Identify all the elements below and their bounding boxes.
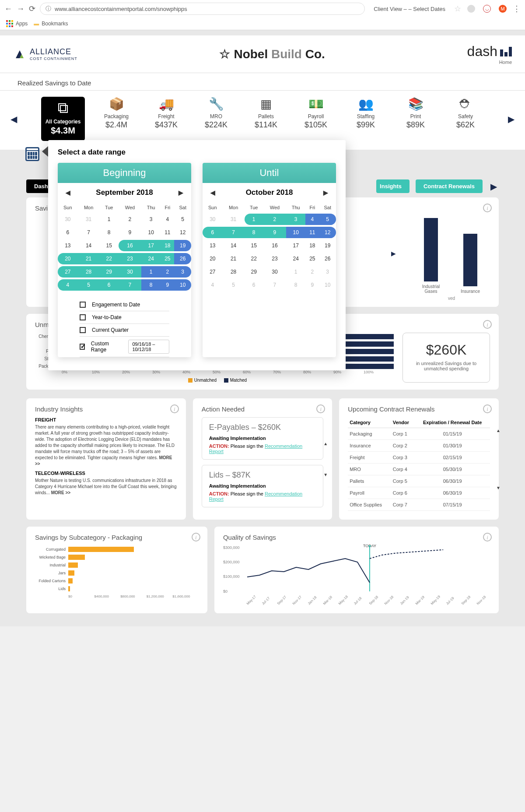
calendar-day[interactable]: 10 [141, 226, 161, 239]
info-icon[interactable]: i [483, 320, 492, 329]
info-icon[interactable]: i [483, 404, 492, 413]
calendar-day[interactable]: 6 [100, 278, 119, 292]
calendar-day[interactable]: 8 [286, 278, 305, 292]
calendar-day[interactable]: 14 [223, 239, 245, 252]
calendar-day[interactable]: 8 [245, 226, 263, 239]
table-row[interactable]: MROCorp 405/30/19 [348, 464, 490, 475]
prev-month[interactable]: ◀ [210, 189, 215, 196]
calendar-day[interactable]: 5 [78, 278, 100, 292]
range-option[interactable]: Custom Range09/16/18 – 10/12/18 [80, 337, 169, 357]
calendar-day[interactable]: 7 [263, 278, 286, 292]
home-link[interactable]: Home [467, 60, 512, 65]
next-month[interactable]: ▶ [178, 189, 183, 196]
forward-button[interactable]: → [17, 4, 24, 14]
calendar-day[interactable]: 28 [223, 265, 245, 278]
calendar-day[interactable]: 17 [141, 239, 161, 252]
calendar-day[interactable]: 8 [141, 278, 161, 292]
category-staffing[interactable]: 👥Staffing$99K [347, 97, 384, 130]
table-row[interactable]: Office SuppliesCorp 707/15/19 [348, 499, 490, 511]
calendar-day[interactable]: 5 [223, 278, 245, 292]
calendar-day[interactable]: 2 [161, 265, 174, 278]
calendar-day[interactable]: 9 [161, 278, 174, 292]
next-month[interactable]: ▶ [323, 189, 328, 196]
tab-renewals[interactable]: Contract Renewals [416, 179, 483, 193]
action-down[interactable]: ▼ [323, 472, 328, 477]
calendar-day[interactable]: 13 [203, 239, 223, 252]
calendar-day[interactable]: 30 [263, 265, 286, 278]
calendar-day[interactable]: 15 [100, 239, 119, 252]
table-row[interactable]: PayrollCorp 606/30/19 [348, 487, 490, 499]
calendar-day[interactable]: 31 [78, 213, 100, 226]
calendar-day[interactable]: 31 [223, 213, 245, 226]
more-link[interactable]: MORE >> [51, 490, 70, 495]
calendar-day[interactable]: 1 [100, 213, 119, 226]
calendar-day[interactable]: 9 [119, 226, 141, 239]
calendar-day[interactable]: 16 [119, 239, 141, 252]
info-icon[interactable]: i [483, 204, 492, 212]
calendar-day[interactable]: 14 [78, 239, 100, 252]
calendar-day[interactable]: 4 [203, 278, 223, 292]
calendar-day[interactable]: 26 [174, 252, 191, 265]
calendar-day[interactable]: 23 [263, 252, 286, 265]
calendar-day[interactable]: 22 [245, 252, 263, 265]
ext-icon-2[interactable]: ◡ [483, 5, 491, 13]
renewals-up[interactable]: ▲ [496, 428, 500, 433]
calendar-day[interactable]: 8 [100, 226, 119, 239]
calendar-day[interactable]: 4 [161, 213, 174, 226]
calendar-day[interactable]: 22 [100, 252, 119, 265]
range-option[interactable]: Year-to-Date [80, 311, 169, 324]
calendar-day[interactable]: 11 [305, 226, 319, 239]
calendar-day[interactable]: 9 [305, 278, 319, 292]
strip-next[interactable]: ▶ [506, 114, 516, 124]
table-row[interactable]: PackagingCorp 101/15/19 [348, 428, 490, 440]
calendar-day[interactable]: 6 [203, 226, 223, 239]
calendar-day[interactable]: 21 [78, 252, 100, 265]
calendar-day[interactable]: 30 [203, 213, 223, 226]
renewals-down[interactable]: ▼ [496, 485, 500, 490]
tabs-next[interactable]: ▶ [489, 181, 499, 192]
calendar-day[interactable]: 10 [174, 278, 191, 292]
calendar-day[interactable]: 1 [286, 265, 305, 278]
menu-icon[interactable]: ⋮ [513, 4, 521, 14]
calendar-day[interactable]: 1 [141, 265, 161, 278]
address-bar[interactable]: ⓘ www.alliancecostcontainmentportal.com/… [40, 3, 365, 15]
calendar-day[interactable]: 6 [58, 226, 78, 239]
calendar-day[interactable]: 24 [286, 252, 305, 265]
tab-insights[interactable]: Insights [376, 179, 410, 193]
calendar-day[interactable]: 7 [78, 226, 100, 239]
calendar-day[interactable]: 12 [319, 226, 336, 239]
calendar-day[interactable]: 4 [305, 213, 319, 226]
calendar-day[interactable]: 7 [223, 226, 245, 239]
info-icon[interactable]: i [192, 533, 200, 541]
calendar-day[interactable]: 2 [263, 213, 286, 226]
calendar-day[interactable]: 27 [58, 265, 78, 278]
calendar-day[interactable]: 26 [319, 252, 336, 265]
calendar-day[interactable]: 12 [174, 226, 191, 239]
calendar-day[interactable]: 5 [319, 213, 336, 226]
table-row[interactable]: InsuranceCorp 201/30/19 [348, 440, 490, 452]
star-icon[interactable]: ☆ [454, 4, 461, 14]
bookmarks-folder[interactable]: ▬ Bookmarks [34, 21, 68, 27]
back-button[interactable]: ← [4, 4, 12, 14]
range-option[interactable]: Engagement to Date [80, 299, 169, 311]
table-row[interactable]: FreightCorp 302/15/19 [348, 452, 490, 464]
calendar-day[interactable]: 19 [319, 239, 336, 252]
dash-logo[interactable]: dash Home [467, 43, 512, 65]
calendar-day[interactable]: 24 [141, 252, 161, 265]
calendar-day[interactable]: 3 [286, 213, 305, 226]
calendar-day[interactable]: 19 [174, 239, 191, 252]
calendar-day[interactable]: 15 [245, 239, 263, 252]
calendar-day[interactable]: 6 [245, 278, 263, 292]
calendar-day[interactable]: 29 [100, 265, 119, 278]
category-pallets[interactable]: ▦Pallets$114K [248, 97, 284, 130]
category-payroll[interactable]: 💵Payroll$105K [298, 97, 334, 130]
calendar-day[interactable]: 9 [263, 226, 286, 239]
calendar-day[interactable]: 25 [161, 252, 174, 265]
calendar-day[interactable]: 3 [174, 265, 191, 278]
calendar-day[interactable]: 7 [119, 278, 141, 292]
range-option[interactable]: Current Quarter [80, 324, 169, 337]
calendar-day[interactable]: 13 [58, 239, 78, 252]
ext-icon-1[interactable] [467, 5, 475, 13]
calendar-day[interactable]: 30 [58, 213, 78, 226]
info-icon[interactable]: i [483, 533, 492, 541]
